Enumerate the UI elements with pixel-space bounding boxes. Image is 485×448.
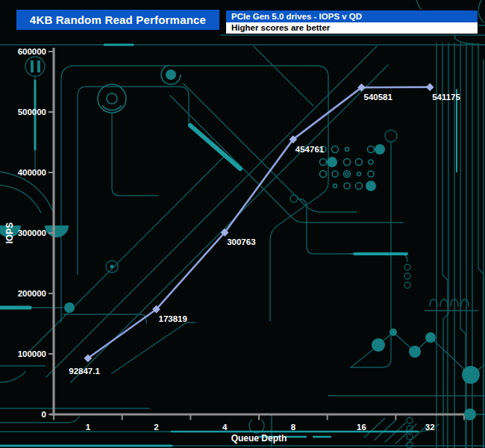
- data-point-label: 92847.1: [69, 367, 100, 376]
- legend-box: PCIe Gen 5.0 drives - IOPS v QD Higher s…: [225, 10, 478, 34]
- legend-subtitle: PCIe Gen 5.0 drives - IOPS v QD: [226, 10, 478, 22]
- chart-series: [84, 83, 434, 362]
- data-point-label: 173819: [159, 314, 187, 323]
- data-point-label: 541175: [432, 93, 460, 102]
- y-tick-label: 600000: [18, 47, 46, 56]
- data-point-marker: [426, 83, 434, 91]
- data-point-label: 300763: [227, 237, 255, 246]
- x-tick-label: 16: [357, 423, 366, 432]
- y-tick-label: 400000: [18, 168, 46, 177]
- y-axis-title: IOPS: [4, 223, 15, 244]
- chart-canvas: 0100000200000300000400000500000600000124…: [0, 0, 485, 448]
- y-tick-label: 300000: [18, 228, 46, 237]
- x-axis-title: Queue Depth: [231, 433, 287, 444]
- x-tick-label: 4: [222, 423, 228, 432]
- series-line: [88, 87, 430, 358]
- axis-end-pad: [464, 408, 485, 420]
- x-tick-label: 2: [154, 423, 158, 432]
- x-tick-label: 32: [425, 423, 435, 432]
- y-tick-label: 100000: [18, 349, 46, 358]
- data-point-label: 454761: [295, 145, 325, 154]
- x-tick-label: 8: [291, 423, 296, 432]
- chart-data-labels: 92847.1173819300763454761540581541175: [69, 93, 460, 376]
- chart-title: 4KB Random Read Performance: [16, 10, 219, 30]
- data-point-label: 540581: [364, 93, 393, 102]
- y-tick-label: 200000: [18, 289, 46, 298]
- x-tick-label: 1: [86, 423, 91, 432]
- y-tick-label: 500000: [18, 108, 46, 116]
- y-tick-label: 0: [42, 410, 46, 419]
- chart-background: 0100000200000300000400000500000600000124…: [0, 0, 485, 448]
- legend-note: Higher scores are better: [226, 22, 478, 34]
